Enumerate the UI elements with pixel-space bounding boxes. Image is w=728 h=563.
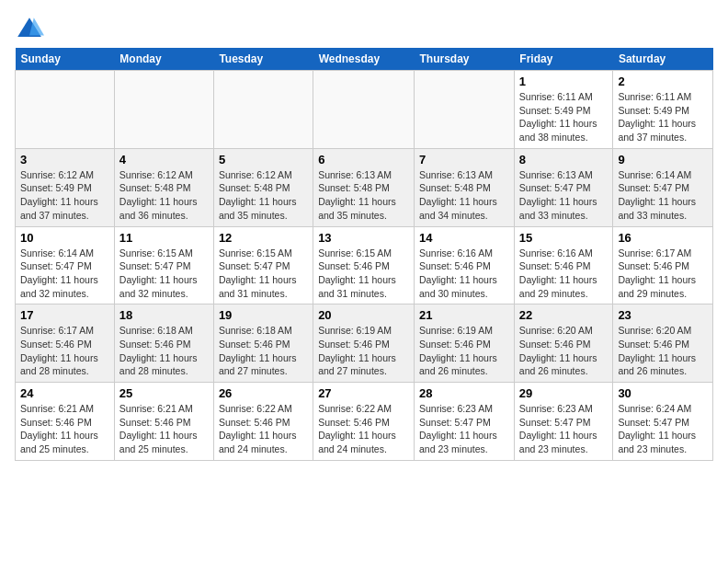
day-number: 4 — [119, 153, 209, 167]
day-info: Sunrise: 6:15 AM Sunset: 5:47 PM Dayligh… — [119, 247, 209, 301]
day-number: 21 — [419, 308, 509, 322]
calendar-cell: 12Sunrise: 6:15 AM Sunset: 5:47 PM Dayli… — [213, 226, 313, 304]
calendar-cell: 22Sunrise: 6:20 AM Sunset: 5:46 PM Dayli… — [514, 304, 613, 383]
calendar-cell: 2Sunrise: 6:11 AM Sunset: 5:49 PM Daylig… — [613, 71, 713, 149]
calendar-cell: 23Sunrise: 6:20 AM Sunset: 5:46 PM Dayli… — [613, 304, 713, 383]
calendar-cell: 11Sunrise: 6:15 AM Sunset: 5:47 PM Dayli… — [114, 226, 213, 304]
calendar-header: SundayMondayTuesdayWednesdayThursdayFrid… — [16, 48, 713, 71]
day-number: 3 — [20, 153, 109, 167]
calendar-cell: 18Sunrise: 6:18 AM Sunset: 5:46 PM Dayli… — [114, 304, 213, 383]
day-number: 17 — [20, 308, 109, 322]
weekday-header-saturday: Saturday — [613, 48, 713, 71]
day-info: Sunrise: 6:11 AM Sunset: 5:49 PM Dayligh… — [519, 90, 609, 144]
calendar-week-5: 24Sunrise: 6:21 AM Sunset: 5:46 PM Dayli… — [16, 383, 713, 461]
calendar-cell: 7Sunrise: 6:13 AM Sunset: 5:48 PM Daylig… — [415, 148, 515, 226]
day-info: Sunrise: 6:21 AM Sunset: 5:46 PM Dayligh… — [119, 402, 209, 456]
weekday-header-tuesday: Tuesday — [213, 48, 313, 71]
calendar-week-1: 1Sunrise: 6:11 AM Sunset: 5:49 PM Daylig… — [16, 71, 713, 149]
calendar-cell — [313, 71, 415, 149]
calendar-cell: 13Sunrise: 6:15 AM Sunset: 5:46 PM Dayli… — [313, 226, 415, 304]
day-info: Sunrise: 6:14 AM Sunset: 5:47 PM Dayligh… — [20, 247, 109, 301]
day-info: Sunrise: 6:15 AM Sunset: 5:46 PM Dayligh… — [318, 247, 409, 301]
day-number: 25 — [119, 386, 209, 400]
calendar-cell: 24Sunrise: 6:21 AM Sunset: 5:46 PM Dayli… — [16, 383, 115, 461]
day-info: Sunrise: 6:18 AM Sunset: 5:46 PM Dayligh… — [119, 324, 209, 378]
day-info: Sunrise: 6:16 AM Sunset: 5:46 PM Dayligh… — [519, 247, 609, 301]
calendar-cell: 25Sunrise: 6:21 AM Sunset: 5:46 PM Dayli… — [114, 383, 213, 461]
calendar-cell: 6Sunrise: 6:13 AM Sunset: 5:48 PM Daylig… — [313, 148, 415, 226]
day-info: Sunrise: 6:20 AM Sunset: 5:46 PM Dayligh… — [618, 324, 708, 378]
weekday-header-wednesday: Wednesday — [313, 48, 415, 71]
day-number: 5 — [219, 153, 308, 167]
day-number: 11 — [119, 231, 209, 245]
day-number: 27 — [318, 386, 409, 400]
day-number: 24 — [20, 386, 109, 400]
day-number: 13 — [318, 231, 409, 245]
day-info: Sunrise: 6:21 AM Sunset: 5:46 PM Dayligh… — [20, 402, 109, 456]
day-number: 9 — [618, 153, 708, 167]
logo-icon — [15, 15, 44, 44]
weekday-header-monday: Monday — [114, 48, 213, 71]
day-info: Sunrise: 6:15 AM Sunset: 5:47 PM Dayligh… — [219, 247, 308, 301]
logo — [15, 15, 48, 44]
day-number: 15 — [519, 231, 609, 245]
svg-marker-1 — [29, 17, 44, 35]
day-info: Sunrise: 6:17 AM Sunset: 5:46 PM Dayligh… — [20, 324, 109, 378]
calendar-cell: 29Sunrise: 6:23 AM Sunset: 5:47 PM Dayli… — [514, 383, 613, 461]
calendar-week-3: 10Sunrise: 6:14 AM Sunset: 5:47 PM Dayli… — [16, 226, 713, 304]
day-info: Sunrise: 6:12 AM Sunset: 5:49 PM Dayligh… — [20, 168, 109, 223]
day-number: 30 — [618, 386, 708, 400]
weekday-header-thursday: Thursday — [415, 48, 515, 71]
weekday-header-sunday: Sunday — [16, 48, 115, 71]
calendar-cell: 8Sunrise: 6:13 AM Sunset: 5:47 PM Daylig… — [514, 148, 613, 226]
day-number: 20 — [318, 308, 409, 322]
calendar-cell — [213, 71, 313, 149]
weekday-header-friday: Friday — [514, 48, 613, 71]
day-info: Sunrise: 6:12 AM Sunset: 5:48 PM Dayligh… — [219, 168, 308, 223]
day-info: Sunrise: 6:17 AM Sunset: 5:46 PM Dayligh… — [618, 247, 708, 301]
day-number: 1 — [519, 75, 609, 88]
calendar-cell: 21Sunrise: 6:19 AM Sunset: 5:46 PM Dayli… — [415, 304, 515, 383]
day-info: Sunrise: 6:14 AM Sunset: 5:47 PM Dayligh… — [618, 168, 708, 223]
day-number: 12 — [219, 231, 308, 245]
day-info: Sunrise: 6:13 AM Sunset: 5:47 PM Dayligh… — [519, 168, 609, 223]
day-number: 2 — [618, 75, 708, 88]
calendar-cell: 28Sunrise: 6:23 AM Sunset: 5:47 PM Dayli… — [415, 383, 515, 461]
calendar-cell — [415, 71, 515, 149]
calendar-cell: 17Sunrise: 6:17 AM Sunset: 5:46 PM Dayli… — [16, 304, 115, 383]
calendar-cell: 3Sunrise: 6:12 AM Sunset: 5:49 PM Daylig… — [16, 148, 115, 226]
day-info: Sunrise: 6:11 AM Sunset: 5:49 PM Dayligh… — [618, 90, 708, 144]
day-info: Sunrise: 6:16 AM Sunset: 5:46 PM Dayligh… — [419, 247, 509, 301]
day-number: 28 — [419, 386, 509, 400]
calendar-cell: 20Sunrise: 6:19 AM Sunset: 5:46 PM Dayli… — [313, 304, 415, 383]
day-info: Sunrise: 6:22 AM Sunset: 5:46 PM Dayligh… — [318, 402, 409, 456]
calendar-cell — [114, 71, 213, 149]
day-info: Sunrise: 6:19 AM Sunset: 5:46 PM Dayligh… — [318, 324, 409, 378]
calendar-week-2: 3Sunrise: 6:12 AM Sunset: 5:49 PM Daylig… — [16, 148, 713, 226]
day-info: Sunrise: 6:18 AM Sunset: 5:46 PM Dayligh… — [219, 324, 308, 378]
day-info: Sunrise: 6:23 AM Sunset: 5:47 PM Dayligh… — [419, 402, 509, 456]
calendar-cell: 5Sunrise: 6:12 AM Sunset: 5:48 PM Daylig… — [213, 148, 313, 226]
calendar-table: SundayMondayTuesdayWednesdayThursdayFrid… — [15, 48, 713, 461]
calendar-cell: 4Sunrise: 6:12 AM Sunset: 5:48 PM Daylig… — [114, 148, 213, 226]
calendar-cell: 26Sunrise: 6:22 AM Sunset: 5:46 PM Dayli… — [213, 383, 313, 461]
day-number: 18 — [119, 308, 209, 322]
day-info: Sunrise: 6:22 AM Sunset: 5:46 PM Dayligh… — [219, 402, 308, 456]
day-number: 6 — [318, 153, 409, 167]
calendar-cell: 9Sunrise: 6:14 AM Sunset: 5:47 PM Daylig… — [613, 148, 713, 226]
calendar-cell: 10Sunrise: 6:14 AM Sunset: 5:47 PM Dayli… — [16, 226, 115, 304]
day-number: 10 — [20, 231, 109, 245]
calendar-cell — [16, 71, 115, 149]
day-number: 14 — [419, 231, 509, 245]
day-number: 23 — [618, 308, 708, 322]
day-info: Sunrise: 6:19 AM Sunset: 5:46 PM Dayligh… — [419, 324, 509, 378]
day-number: 22 — [519, 308, 609, 322]
day-number: 26 — [219, 386, 308, 400]
day-number: 16 — [618, 231, 708, 245]
day-info: Sunrise: 6:24 AM Sunset: 5:47 PM Dayligh… — [618, 402, 708, 456]
day-number: 7 — [419, 153, 509, 167]
calendar-cell: 16Sunrise: 6:17 AM Sunset: 5:46 PM Dayli… — [613, 226, 713, 304]
day-info: Sunrise: 6:23 AM Sunset: 5:47 PM Dayligh… — [519, 402, 609, 456]
day-info: Sunrise: 6:13 AM Sunset: 5:48 PM Dayligh… — [419, 168, 509, 223]
day-number: 8 — [519, 153, 609, 167]
